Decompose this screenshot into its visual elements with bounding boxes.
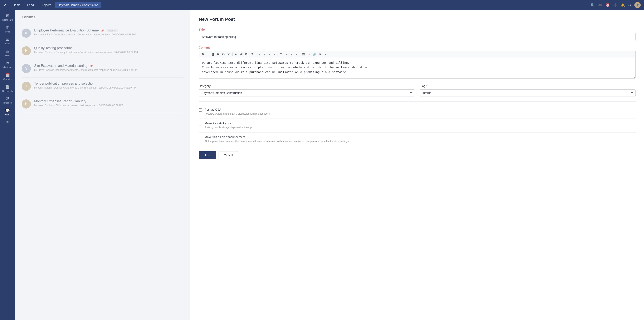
- forum-post-content: Site Excavation and Material sorting 📌 b…: [34, 64, 184, 71]
- forum-meta: by Kavitha Raj in Donnelly Apartments Co…: [34, 33, 184, 36]
- rte-outdent[interactable]: ≡: [294, 52, 299, 56]
- clock-icon[interactable]: ⏰: [606, 3, 610, 7]
- checkbox-item-announcement: Make this as an announcement All the pro…: [199, 132, 636, 146]
- rte-font[interactable]: Fp: [244, 52, 250, 56]
- category-select[interactable]: Daymart Complex Construction Donnelly Ap…: [199, 89, 415, 96]
- checkbox-item-sticky: Make it as sticky post A sticky post is …: [199, 119, 636, 132]
- category-flag-row: Category Daymart Complex Construction Do…: [199, 84, 636, 96]
- rte-link[interactable]: 🔗: [312, 52, 318, 56]
- list-item[interactable]: H Quality Testing procedure by Helen Col…: [22, 42, 184, 60]
- pin-icon: 📌: [101, 29, 104, 32]
- checkbox-content: Make it as sticky post A sticky post is …: [204, 122, 252, 129]
- rte-underline[interactable]: U: [211, 52, 215, 56]
- sidebar-item-feed[interactable]: ◫ Feed: [1, 23, 14, 34]
- rte-text-style[interactable]: T: [250, 52, 255, 56]
- rte-bullet-list[interactable]: ☰: [279, 52, 284, 56]
- forum-post-title: Monthly Expenses Report- January: [34, 99, 184, 103]
- avatar: H: [22, 99, 31, 109]
- avatar: H: [22, 46, 31, 55]
- forums-panel: Forums K Employee Performance Evaluation…: [15, 10, 190, 320]
- post-qa-checkbox[interactable]: [199, 108, 202, 112]
- rte-separator: [278, 52, 278, 56]
- sidebar-item-forums[interactable]: 💬 Forums: [1, 106, 14, 117]
- tools-icon[interactable]: ⚙: [628, 3, 631, 7]
- flag-group: Flag ? Internal External Public: [420, 84, 636, 96]
- nav-projects[interactable]: Projects: [38, 2, 54, 8]
- list-item[interactable]: J Tender publication process and selecti…: [22, 77, 184, 95]
- post-qa-title: Post as Q&A: [204, 108, 270, 111]
- list-item[interactable]: S Site Excavation and Material sorting 📌…: [22, 60, 184, 77]
- rte-strikethrough[interactable]: S: [216, 52, 220, 56]
- checkbox-section: Post as Q&A Post a Q&A forum and start a…: [199, 101, 636, 146]
- content-label: Content: [199, 46, 636, 49]
- search-icon[interactable]: 🔍: [590, 3, 595, 7]
- sticky-post-checkbox[interactable]: [199, 122, 202, 125]
- rte-bold[interactable]: B: [200, 52, 205, 56]
- app-logo[interactable]: ✓: [3, 2, 7, 7]
- feed-icon: ◫: [6, 25, 10, 30]
- dashboard-icon: ⊞: [6, 13, 9, 18]
- rte-separator: [300, 52, 300, 56]
- rte-align-right[interactable]: ≡: [267, 52, 272, 56]
- sidebar-item-label: Timesheet: [3, 102, 12, 104]
- gamepad-icon[interactable]: 🎮: [598, 3, 602, 7]
- rte-font-color[interactable]: A: [234, 52, 238, 56]
- avatar: J: [22, 82, 31, 91]
- top-nav: ✓ Home Feed Projects Daymart Complex Con…: [0, 0, 644, 10]
- bell-icon[interactable]: 🔔: [621, 3, 625, 7]
- sidebar-item-label: Milestones: [2, 66, 12, 68]
- action-row: Add Cancel: [199, 151, 636, 159]
- rte-align-justify[interactable]: ≡: [272, 52, 276, 56]
- issues-icon: ⚠: [6, 49, 9, 53]
- sticky-post-desc: A sticky post is always displayed at the…: [204, 126, 252, 129]
- rte-align-center[interactable]: ≡: [262, 52, 266, 56]
- post-qa-desc: Post a Q&A forum and start a discussion …: [204, 112, 270, 116]
- sidebar-item-issues[interactable]: ⚠ Issues: [1, 47, 14, 58]
- flag-label: Flag ?: [420, 84, 636, 88]
- rte-align-left[interactable]: ≡: [257, 52, 262, 56]
- sidebar-item-documents[interactable]: 📄 Documents: [1, 83, 14, 94]
- forum-meta: by Steve Banks in Donnelly Apartments Co…: [34, 68, 184, 71]
- sidebar-item-dashboard[interactable]: ⊞ Dashboard: [1, 12, 14, 23]
- rte-subscript[interactable]: X₂: [221, 52, 226, 56]
- flag-help-icon[interactable]: ?: [426, 85, 428, 87]
- title-input[interactable]: [199, 33, 636, 41]
- rte-indent[interactable]: ≡: [289, 52, 294, 56]
- main-content: Forums K Employee Performance Evaluation…: [15, 10, 644, 320]
- nav-current-project[interactable]: Daymart Complex Construction: [55, 2, 101, 8]
- rte-highlight[interactable]: 🖌: [238, 52, 244, 56]
- nav-home[interactable]: Home: [10, 2, 23, 8]
- pin-icon: 📌: [90, 65, 93, 67]
- rte-numbered-list[interactable]: ≡: [284, 52, 289, 56]
- rte-superscript[interactable]: X²: [226, 52, 231, 56]
- list-item[interactable]: K Employee Performance Evaluation Scheme…: [22, 24, 184, 42]
- rte-emoji[interactable]: ☺: [306, 52, 311, 56]
- sidebar-item-calendar[interactable]: 📅 Calendar: [1, 71, 14, 82]
- sidebar-item-timesheet[interactable]: ⏱ Timesheet: [1, 95, 14, 106]
- rte-image[interactable]: 🖼: [301, 52, 306, 56]
- avatar[interactable]: 👤: [634, 2, 641, 8]
- category-group: Category Daymart Complex Construction Do…: [199, 84, 415, 96]
- sidebar-item-milestones[interactable]: ⚑ Milestones: [1, 59, 14, 70]
- plus-icon[interactable]: ➕: [613, 3, 617, 7]
- rte-more[interactable]: ❋: [318, 52, 322, 56]
- cancel-button[interactable]: Cancel: [218, 151, 238, 159]
- nav-feed[interactable]: Feed: [24, 2, 36, 8]
- list-item[interactable]: H Monthly Expenses Report- January by He…: [22, 95, 184, 113]
- sidebar-item-label: Issues: [4, 54, 11, 57]
- announcement-checkbox[interactable]: [199, 136, 202, 139]
- forum-meta: by Helen Collins in Donnelly Apartments …: [34, 51, 184, 54]
- new-post-panel: New Forum Post Title Content B I U S X₂ …: [190, 10, 644, 320]
- rte-separator: [256, 52, 256, 56]
- content-textarea[interactable]: We are looking into different financing …: [199, 58, 636, 78]
- rte-italic[interactable]: I: [206, 52, 210, 56]
- add-button[interactable]: Add: [199, 151, 216, 159]
- sidebar-item-more[interactable]: •••: [1, 118, 14, 126]
- flag-select[interactable]: Internal External Public: [420, 89, 636, 96]
- rte-expand[interactable]: ▾: [323, 52, 328, 56]
- forum-badge: Internal: [106, 29, 118, 32]
- forum-post-title: Site Excavation and Material sorting 📌: [34, 64, 184, 68]
- forum-post-content: Monthly Expenses Report- January by Hele…: [34, 99, 184, 107]
- sidebar-item-tasks[interactable]: ☑ Tasks: [1, 35, 14, 46]
- sidebar-item-label: Dashboard: [2, 19, 13, 21]
